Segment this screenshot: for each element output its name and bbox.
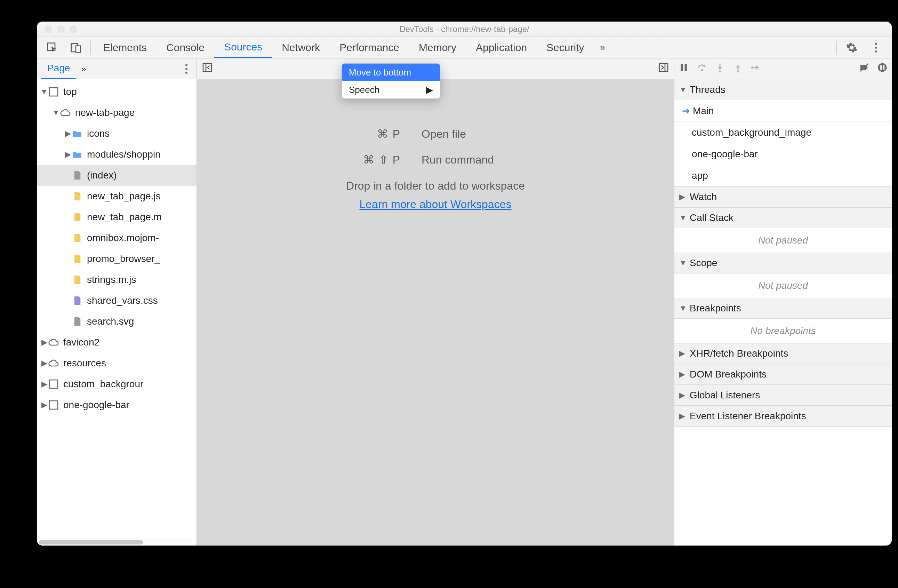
section-message: Not paused [674, 274, 892, 298]
tree-domain-collapsed[interactable]: ▶favicon2 [37, 332, 197, 353]
pause-icon[interactable] [678, 62, 689, 75]
tab-elements[interactable]: Elements [94, 37, 157, 58]
svg-rect-4 [49, 380, 58, 388]
tree-domain[interactable]: ▼new-tab-page [37, 102, 197, 123]
inspect-icon[interactable] [40, 37, 64, 58]
navigator-more-icon[interactable]: » [76, 63, 91, 74]
section-header-event-listener-breakpoints[interactable]: ▶Event Listener Breakpoints [674, 406, 892, 426]
tree-domain-collapsed[interactable]: ▶custom_backgrour [37, 374, 197, 394]
show-navigator-icon[interactable] [202, 62, 213, 75]
cloud-icon [48, 358, 59, 369]
pause-on-exceptions-icon[interactable] [877, 62, 887, 75]
tab-console[interactable]: Console [157, 37, 214, 58]
step-into-icon[interactable] [715, 62, 725, 75]
tree-label: icons [87, 128, 109, 139]
tree-file[interactable]: omnibox.mojom- [37, 228, 197, 248]
settings-icon[interactable] [840, 37, 864, 58]
tree-file[interactable]: new_tab_page.js [37, 186, 197, 207]
device-toggle-icon[interactable] [64, 37, 88, 58]
tree-domain-collapsed[interactable]: ▶resources [37, 353, 197, 374]
frame-icon [48, 399, 59, 411]
editor-pane: ⌘ POpen file ⌘ ⇧ PRun command Drop in a … [197, 58, 674, 546]
file-icon [72, 191, 83, 202]
tree-folder[interactable]: ▶icons [37, 123, 197, 144]
scrollbar[interactable] [37, 539, 197, 546]
navigator-tab-page[interactable]: Page [41, 63, 76, 79]
kebab-icon[interactable] [864, 37, 888, 58]
main-tabs: ElementsConsoleSourcesNetworkPerformance… [94, 37, 594, 58]
file-icon [72, 274, 83, 285]
open-file-shortcut: ⌘ P [324, 127, 401, 140]
tree-file[interactable]: new_tab_page.m [37, 207, 197, 228]
panes: Page » ▼top▼new-tab-page▶icons▶modules/s… [37, 58, 892, 546]
svg-point-12 [701, 69, 703, 71]
tab-network[interactable]: Network [272, 37, 330, 58]
section-header-scope[interactable]: ▼Scope [674, 252, 892, 274]
step-icon[interactable] [751, 62, 761, 75]
more-tabs-icon[interactable]: » [594, 37, 611, 58]
cloud-icon [60, 107, 71, 118]
tree-file[interactable]: promo_browser_ [37, 248, 197, 269]
file-icon [72, 170, 83, 181]
open-file-label: Open file [421, 128, 547, 140]
section-message: No breakpoints [674, 319, 892, 343]
debugger-pane: ▼Threads➔Maincustom_background_imageone-… [674, 58, 892, 546]
svg-rect-3 [49, 88, 58, 96]
tree-label: new-tab-page [75, 107, 135, 118]
file-icon [72, 295, 83, 306]
file-icon [72, 232, 83, 243]
navigator-tabbar: Page » [37, 58, 197, 79]
folder-icon [72, 128, 83, 139]
svg-rect-10 [681, 64, 683, 71]
section-header-watch[interactable]: ▶Watch [674, 186, 892, 207]
section-header-global-listeners[interactable]: ▶Global Listeners [674, 385, 892, 406]
file-icon [72, 212, 83, 223]
tree-file[interactable]: search.svg [37, 311, 197, 332]
debugger-toolbar [674, 58, 892, 79]
tree-folder[interactable]: ▶modules/shoppin [37, 144, 197, 165]
window-controls[interactable] [45, 25, 77, 33]
svg-point-18 [751, 66, 753, 69]
tree-file[interactable]: shared_vars.css [37, 290, 197, 311]
section-header-call-stack[interactable]: ▼Call Stack [674, 207, 892, 228]
folder-icon [72, 149, 83, 160]
cloud-icon [48, 337, 59, 348]
tab-memory[interactable]: Memory [409, 37, 466, 58]
debugger-accordion: ▼Threads➔Maincustom_background_imageone-… [674, 79, 892, 546]
step-out-icon[interactable] [733, 62, 743, 75]
tree-label: search.svg [87, 316, 134, 327]
section-header-dom-breakpoints[interactable]: ▶DOM Breakpoints [674, 364, 892, 385]
context-menu[interactable]: Move to bottomSpeech▶ [341, 63, 440, 99]
tree-domain-collapsed[interactable]: ▶one-google-bar [37, 394, 197, 416]
section-header-breakpoints[interactable]: ▼Breakpoints [674, 298, 892, 319]
tab-application[interactable]: Application [466, 37, 537, 58]
section-header-threads[interactable]: ▼Threads [674, 79, 892, 100]
file-tree[interactable]: ▼top▼new-tab-page▶icons▶modules/shoppin(… [37, 79, 197, 539]
navigator-kebab-icon[interactable] [180, 64, 192, 74]
section-header-xhr-fetch-breakpoints[interactable]: ▶XHR/fetch Breakpoints [674, 343, 892, 364]
context-menu-item[interactable]: Move to bottom [342, 64, 440, 81]
thread-item[interactable]: app [674, 165, 892, 186]
tree-file[interactable]: strings.m.js [37, 269, 197, 290]
deactivate-breakpoints-icon[interactable] [859, 62, 869, 75]
tab-sources[interactable]: Sources [214, 37, 272, 58]
context-menu-item[interactable]: Speech▶ [342, 81, 440, 99]
workspaces-link[interactable]: Learn more about Workspaces [360, 198, 512, 211]
step-over-icon[interactable] [697, 62, 707, 75]
tab-performance[interactable]: Performance [330, 37, 409, 58]
thread-item[interactable]: one-google-bar [674, 143, 892, 165]
show-debugger-icon[interactable] [658, 62, 669, 75]
run-command-shortcut: ⌘ ⇧ P [324, 153, 401, 166]
tree-top[interactable]: ▼top [37, 82, 197, 102]
titlebar: DevTools - chrome://new-tab-page/ [37, 22, 892, 37]
tree-label: top [63, 86, 77, 97]
tree-label: favicon2 [63, 337, 100, 348]
tree-file-index[interactable]: (index) [37, 165, 197, 186]
thread-item[interactable]: custom_background_image [674, 122, 892, 143]
tree-label: new_tab_page.js [87, 191, 161, 202]
tab-security[interactable]: Security [537, 37, 594, 58]
workspace-drop-hint: Drop in a folder to add to workspace [346, 180, 525, 192]
thread-item[interactable]: ➔Main [674, 100, 892, 122]
tree-label: new_tab_page.m [87, 212, 162, 223]
tree-label: modules/shoppin [87, 149, 161, 160]
